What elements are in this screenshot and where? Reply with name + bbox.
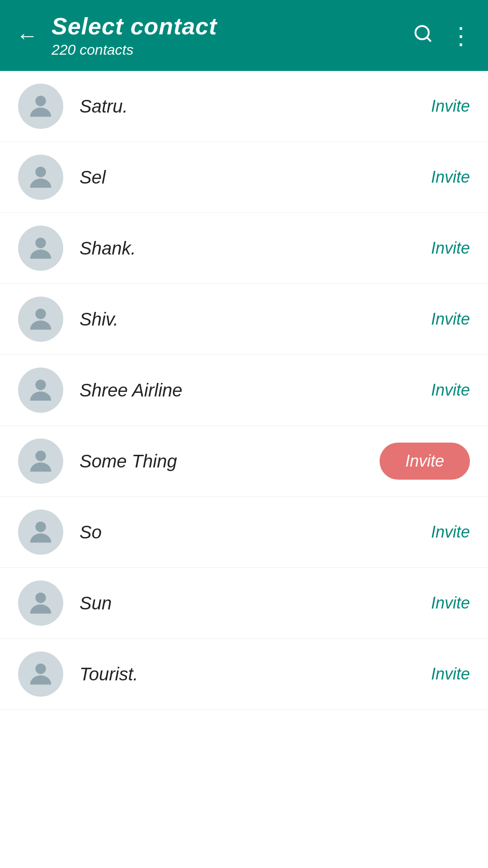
contact-name: Some Thing xyxy=(80,451,380,472)
contact-item-so: SoInvite xyxy=(0,497,488,568)
contact-name: Satru. xyxy=(80,96,416,117)
contact-item-satru: Satru.Invite xyxy=(0,71,488,142)
avatar xyxy=(18,580,63,626)
svg-point-8 xyxy=(35,522,46,532)
avatar xyxy=(18,651,63,697)
svg-point-9 xyxy=(35,593,46,603)
invite-button[interactable]: Invite xyxy=(416,381,470,400)
svg-line-1 xyxy=(427,37,431,41)
contact-name: Sun xyxy=(80,593,416,613)
svg-point-2 xyxy=(35,96,46,106)
avatar xyxy=(18,297,63,342)
svg-point-7 xyxy=(35,451,46,461)
page-title: Select contact xyxy=(52,13,217,40)
invite-button[interactable]: Invite xyxy=(416,97,470,116)
avatar xyxy=(18,155,63,200)
header-icons: ⋮ xyxy=(413,22,472,49)
search-icon[interactable] xyxy=(413,24,433,48)
invite-button[interactable]: Invite xyxy=(416,594,470,613)
contact-name: Shank. xyxy=(80,238,416,259)
svg-point-5 xyxy=(35,309,46,319)
contact-name: Shree Airline xyxy=(80,380,416,401)
contact-item-sel: SelInvite xyxy=(0,142,488,213)
header-left: ← Select contact 220 contacts xyxy=(16,13,217,58)
invite-button[interactable]: Invite xyxy=(416,168,470,187)
avatar xyxy=(18,368,63,413)
contact-count: 220 contacts xyxy=(52,42,217,58)
contact-item-shank: Shank.Invite xyxy=(0,213,488,284)
invite-button[interactable]: Invite xyxy=(416,239,470,258)
contact-item-shree-airline: Shree AirlineInvite xyxy=(0,355,488,426)
contact-name: Tourist. xyxy=(80,664,416,684)
contact-item-sun: SunInvite xyxy=(0,568,488,639)
more-options-icon[interactable]: ⋮ xyxy=(449,22,472,49)
svg-point-6 xyxy=(35,380,46,390)
svg-point-10 xyxy=(35,664,46,674)
svg-point-3 xyxy=(35,167,46,177)
contact-name: Shiv. xyxy=(80,309,416,330)
avatar xyxy=(18,226,63,271)
contact-item-shiv: Shiv.Invite xyxy=(0,284,488,355)
avatar xyxy=(18,509,63,555)
contact-item-tourist: Tourist.Invite xyxy=(0,639,488,710)
invite-button-active[interactable]: Invite xyxy=(380,443,470,480)
app-header: ← Select contact 220 contacts ⋮ xyxy=(0,0,488,71)
back-button[interactable]: ← xyxy=(16,25,38,47)
invite-button[interactable]: Invite xyxy=(416,523,470,542)
contact-item-some-thing: Some ThingInvite xyxy=(0,426,488,497)
invite-button[interactable]: Invite xyxy=(416,665,470,684)
avatar xyxy=(18,439,63,484)
contact-name: Sel xyxy=(80,167,416,188)
invite-button[interactable]: Invite xyxy=(416,310,470,329)
contact-name: So xyxy=(80,522,416,542)
header-title-group: Select contact 220 contacts xyxy=(52,13,217,58)
avatar xyxy=(18,84,63,129)
svg-point-4 xyxy=(35,238,46,248)
contact-list: Satru.Invite SelInvite Shank.Invite Shiv… xyxy=(0,71,488,710)
